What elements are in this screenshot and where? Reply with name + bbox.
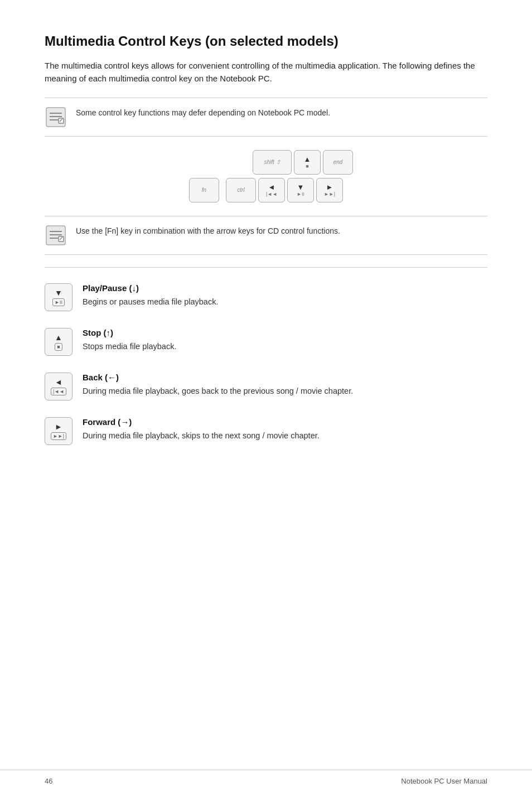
forward-title: Forward (→) [83,417,487,427]
keyboard-row-1: shift ⇧ ▲ ■ end [179,150,353,175]
key-end-label: end [333,159,343,165]
stop-desc: Stop (↑) Stops media file playback. [83,328,487,352]
play-pause-symbol: ▼ [55,288,62,297]
key-forward-box: ► ►►| [45,417,72,445]
section-divider [45,267,487,268]
note-box-1: Some control key functions may defer dep… [45,98,487,137]
back-title: Back (←) [83,373,487,382]
key-up-stop: ▲ ■ [294,150,321,175]
key-up-symbol: ▲ [304,155,311,163]
key-up-sub: ■ [306,163,308,169]
key-left-back: ◄ |◄◄ [258,178,285,202]
forward-desc: Forward (→) During media file playback, … [83,417,487,442]
key-right-forward: ► ►►| [316,178,343,202]
note-1-text: Some control key functions may defer dep… [76,106,330,119]
footer-manual-title: Notebook PC User Manual [401,777,487,785]
note-2-text: Use the [Fn] key in combination with the… [76,224,340,237]
control-stop: ▲ ■ Stop (↑) Stops media file playback. [45,328,487,356]
key-shift-label: shift ⇧ [264,159,280,165]
key-right-sub: ►►| [324,191,335,197]
key-down-symbol: ▼ [297,183,304,191]
play-pause-sub: ►II [52,298,65,306]
key-back-box: ◄ |◄◄ [45,373,72,400]
key-ctrl: ctrl [226,178,256,202]
key-right-symbol: ► [326,183,333,191]
keyboard-row-2: fn ctrl ◄ |◄◄ ▼ ►II ► ►►| [189,178,343,202]
back-symbol: ◄ [55,378,62,386]
key-down-sub: ►II [297,191,304,197]
stop-sub: ■ [55,343,62,351]
key-stop-box: ▲ ■ [45,328,72,356]
keyboard-diagram: shift ⇧ ▲ ■ end fn ctrl [45,150,487,202]
footer-page-number: 46 [45,777,52,785]
intro-text: The multimedia control keys allows for c… [45,59,487,85]
forward-symbol: ► [55,422,62,431]
stop-symbol: ▲ [55,333,62,342]
note-box-2: Use the [Fn] key in combination with the… [45,216,487,255]
key-play-pause-box: ▼ ►II [45,283,72,311]
control-forward: ► ►►| Forward (→) During media file play… [45,417,487,445]
forward-body: During media file playback, skips to the… [83,429,487,442]
key-fn-label: fn [202,187,206,193]
stop-title: Stop (↑) [83,328,487,337]
play-pause-desc: Play/Pause (↓) Begins or pauses media fi… [83,283,487,308]
back-desc: Back (←) During media file playback, goe… [83,373,487,397]
key-down-play: ▼ ►II [287,178,314,202]
key-fn: fn [189,178,219,202]
key-ctrl-label: ctrl [237,187,244,193]
stop-body: Stops media file playback. [83,340,487,352]
note-icon-2 [45,224,67,247]
back-body: During media file playback, goes back to… [83,385,487,397]
control-back: ◄ |◄◄ Back (←) During media file playbac… [45,373,487,400]
page-footer: 46 Notebook PC User Manual [0,770,532,785]
key-shift: shift ⇧ [253,150,292,175]
page-container: Multimedia Control Keys (on selected mod… [0,0,532,506]
key-left-symbol: ◄ [268,183,275,191]
note-icon-1 [45,106,67,128]
control-play-pause: ▼ ►II Play/Pause (↓) Begins or pauses me… [45,283,487,311]
play-pause-title: Play/Pause (↓) [83,283,487,293]
play-pause-body: Begins or pauses media file playback. [83,296,487,308]
key-end: end [323,150,353,175]
back-sub: |◄◄ [51,388,66,395]
key-left-sub: |◄◄ [266,191,277,197]
forward-sub: ►►| [51,432,66,440]
page-title: Multimedia Control Keys (on selected mod… [45,33,487,49]
